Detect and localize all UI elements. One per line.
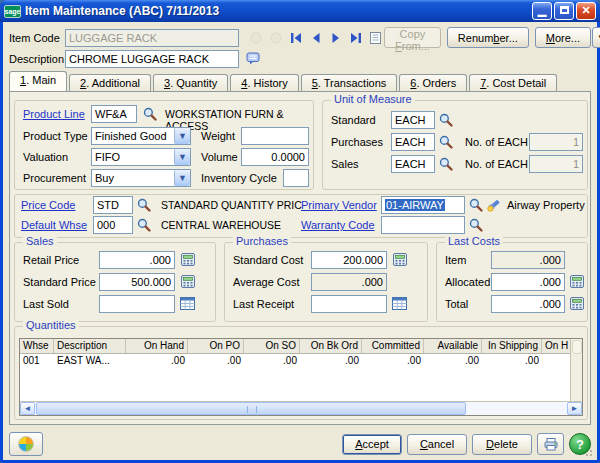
uom-sales-no-label: No. of EACH (465, 158, 528, 170)
col-header[interactable]: In Shipping (482, 339, 542, 353)
chevron-down-icon[interactable]: ▼ (174, 170, 190, 186)
first-record-icon[interactable] (287, 30, 304, 45)
last-receipt-calendar-icon[interactable] (391, 296, 408, 311)
product-line-link[interactable]: Product Line (23, 108, 85, 120)
description-input[interactable]: CHROME LUGGAGE RACK (65, 50, 239, 68)
tab-additional[interactable]: 2. Additional (69, 74, 151, 91)
primary-vendor-link[interactable]: Primary Vendor (301, 199, 377, 211)
product-line-input[interactable]: WF&A (91, 105, 137, 123)
minimize-button[interactable]: ▁ (532, 2, 552, 20)
cancel-button[interactable]: Cancel (407, 434, 467, 455)
quantities-grid: Whse Description On Hand On PO On SO On … (19, 338, 583, 416)
col-header[interactable]: On H (542, 339, 570, 353)
warranty-code-link[interactable]: Warranty Code (301, 219, 375, 231)
close-button[interactable]: ✕ (576, 2, 596, 20)
tab-orders[interactable]: 6. Orders (399, 74, 467, 91)
chevron-down-icon[interactable]: ▼ (174, 128, 190, 144)
last-receipt-input[interactable] (311, 295, 387, 313)
product-line-lookup-icon[interactable] (141, 106, 158, 121)
price-code-lookup-icon[interactable] (135, 197, 152, 212)
memo-icon[interactable] (367, 30, 384, 45)
print-button[interactable] (537, 433, 564, 455)
grid-header-row: Whse Description On Hand On PO On SO On … (20, 339, 570, 354)
default-whse-input[interactable]: 000 (93, 216, 133, 234)
accept-button[interactable]: Accept (342, 434, 402, 455)
title-bar[interactable]: sage Item Maintenance (ABC) 7/11/2013 ▁ … (0, 0, 600, 22)
standard-cost-input[interactable]: 200.000 (311, 251, 387, 269)
tab-transactions[interactable]: 5. Transactions (301, 74, 398, 91)
volume-input[interactable]: 0.0000 (241, 148, 309, 166)
uom-standard-input[interactable]: EACH (391, 111, 435, 129)
flashlight-icon[interactable] (485, 197, 502, 212)
resize-grip[interactable] (583, 447, 593, 457)
renumber-button[interactable]: Renumber... (447, 27, 529, 48)
scroll-right-icon[interactable]: ► (567, 402, 582, 415)
price-code-input[interactable]: STD (93, 196, 133, 214)
uom-purchases-lookup-icon[interactable] (437, 134, 454, 149)
col-header[interactable]: Description (54, 339, 126, 353)
delete-button[interactable]: Delete (472, 434, 532, 455)
more-button[interactable]: More... (535, 27, 591, 48)
grid-row[interactable]: 001 EAST WA... .00 .00 .00 .00 .00 .00 .… (20, 354, 570, 369)
theme-button[interactable] (9, 432, 43, 456)
inventory-cycle-input[interactable] (283, 169, 309, 187)
uom-purchases-input[interactable]: EACH (391, 133, 435, 151)
uom-sales-lookup-icon[interactable] (437, 156, 454, 171)
codes-group: Price Code STD STANDARD QUANTITY PRIC Pr… (14, 194, 588, 238)
last-sold-calendar-icon[interactable] (179, 296, 196, 311)
standard-cost-calculator-icon[interactable] (391, 252, 408, 267)
main-tab-panel: Product Line WF&A WORKSTATION FURN & ACC… (9, 91, 591, 425)
col-header[interactable]: On Bk Ord (300, 339, 362, 353)
col-header[interactable]: On SO (244, 339, 300, 353)
horizontal-scrollbar[interactable]: ◄ ► (20, 401, 582, 415)
allocated-label: Allocated (445, 276, 490, 288)
comment-bubble-icon[interactable] (245, 51, 262, 66)
warranty-code-lookup-icon[interactable] (467, 217, 484, 232)
product-type-select[interactable]: Finished Good▼ (91, 127, 191, 145)
primary-vendor-input[interactable]: 01-AIRWAY (381, 196, 465, 214)
vertical-scrollbar[interactable] (570, 339, 582, 401)
col-header[interactable]: Available (424, 339, 482, 353)
tab-quantity[interactable]: 3. Quantity (153, 74, 228, 91)
standard-price-calculator-icon[interactable] (179, 274, 196, 289)
item-code-input[interactable]: LUGGAGE RACK (65, 29, 239, 47)
last-sold-input[interactable] (99, 295, 175, 313)
maximize-button[interactable] (554, 2, 574, 20)
valuation-select[interactable]: FIFO▼ (91, 148, 191, 166)
printer-icon (543, 437, 559, 451)
previous-record-icon[interactable] (307, 30, 324, 45)
tab-main[interactable]: 1. Main (9, 71, 67, 91)
total-input[interactable]: .000 (491, 295, 565, 313)
procurement-select[interactable]: Buy▼ (91, 169, 191, 187)
chevron-down-icon[interactable]: ▼ (174, 149, 190, 165)
default-whse-lookup-icon[interactable] (135, 217, 152, 232)
col-header[interactable]: Whse (20, 339, 54, 353)
last-record-icon[interactable] (347, 30, 364, 45)
col-header[interactable]: On PO (188, 339, 244, 353)
more-dropdown-button[interactable]: ▼ (592, 27, 600, 48)
uom-sales-input[interactable]: EACH (391, 155, 435, 173)
warranty-code-input[interactable] (381, 216, 465, 234)
scroll-left-icon[interactable]: ◄ (20, 402, 35, 415)
allocated-input[interactable]: .000 (491, 273, 565, 291)
standard-price-input[interactable]: 500.000 (99, 273, 175, 291)
retail-price-input[interactable]: .000 (99, 251, 175, 269)
next-record-icon[interactable] (327, 30, 344, 45)
inventory-cycle-label: Inventory Cycle (201, 172, 277, 184)
default-whse-link[interactable]: Default Whse (21, 219, 87, 231)
scrollbar-thumb[interactable] (36, 402, 466, 415)
standard-cost-label: Standard Cost (233, 254, 303, 266)
total-calculator-icon[interactable] (568, 296, 585, 311)
tab-history[interactable]: 4. History (230, 74, 298, 91)
col-header[interactable]: Committed (362, 339, 424, 353)
retail-price-calculator-icon[interactable] (179, 252, 196, 267)
allocated-calculator-icon[interactable] (568, 274, 585, 289)
price-code-link[interactable]: Price Code (21, 199, 75, 211)
weight-input[interactable] (241, 127, 309, 145)
col-header[interactable]: On Hand (126, 339, 188, 353)
tab-cost-detail[interactable]: 7. Cost Detail (469, 74, 557, 91)
description-label: Description (9, 53, 65, 65)
uom-standard-lookup-icon[interactable] (437, 112, 454, 127)
copy-from-button[interactable]: Copy From... (384, 27, 441, 48)
primary-vendor-lookup-icon[interactable] (467, 197, 484, 212)
